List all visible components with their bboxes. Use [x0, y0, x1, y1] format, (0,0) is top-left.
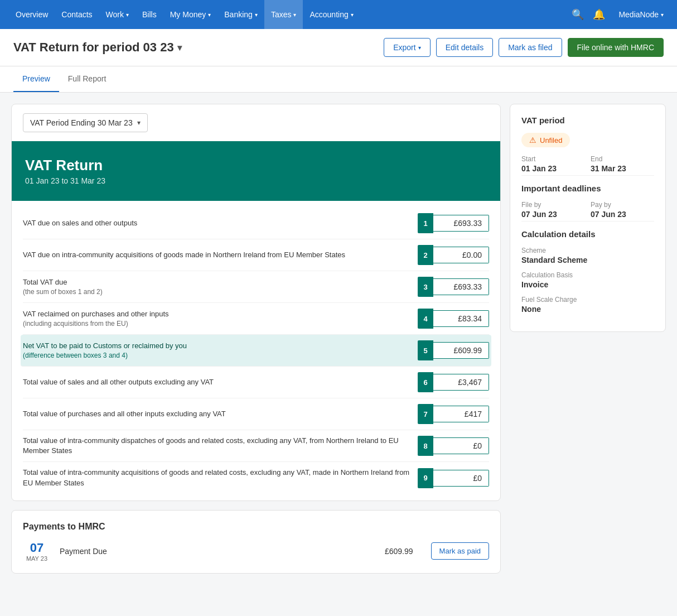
calc-details-title: Calculation details	[521, 221, 654, 239]
payment-row: 07 MAY 23 Payment Due £609.99 Mark as pa…	[23, 541, 489, 562]
vat-row-5: Net VAT to be paid to Customs or reclaim…	[21, 335, 491, 367]
box-num-5: 5	[418, 340, 433, 360]
nav-mymoney[interactable]: My Money ▾	[163, 0, 218, 29]
period-start: Start 01 Jan 23	[521, 155, 585, 173]
period-dropdown-chevron: ▾	[137, 119, 141, 127]
period-selector-container: VAT Period Ending 30 Mar 23 ▾	[12, 104, 500, 141]
edit-details-button[interactable]: Edit details	[436, 38, 493, 57]
vat-return-header: VAT Return 01 Jan 23 to 31 Mar 23	[12, 141, 500, 201]
box-val-3: £693.33	[433, 278, 489, 295]
page-title-chevron[interactable]: ▾	[177, 42, 182, 53]
payment-amount: £609.99	[385, 547, 413, 556]
nav-banking-arrow: ▾	[255, 12, 258, 18]
box-val-7: £417	[433, 406, 489, 422]
payments-card: Payments to HMRC 07 MAY 23 Payment Due £…	[11, 510, 501, 574]
vat-row-1: VAT due on sales and other outputs1£693.…	[23, 208, 489, 239]
search-icon[interactable]: 🔍	[572, 8, 584, 21]
export-button[interactable]: Export ▾	[384, 38, 430, 57]
nav-taxes[interactable]: Taxes ▾	[264, 0, 303, 29]
box-val-1: £693.33	[433, 215, 489, 232]
period-dropdown[interactable]: VAT Period Ending 30 Mar 23 ▾	[23, 113, 148, 132]
nav-bills[interactable]: Bills	[136, 0, 163, 29]
export-chevron: ▾	[418, 45, 421, 51]
unfiled-icon: ⚠	[529, 136, 536, 145]
nav-work-arrow: ▾	[126, 12, 129, 18]
box-val-4: £83.34	[433, 310, 489, 327]
box-val-2: £0.00	[433, 247, 489, 263]
box-num-7: 7	[418, 404, 433, 424]
pay-by: Pay by 07 Jun 23	[591, 201, 654, 219]
header-actions: Export ▾ Edit details Mark as filed File…	[384, 38, 664, 57]
box-num-4: 4	[418, 309, 433, 329]
scheme-row: Scheme Standard Scheme	[521, 247, 654, 264]
tab-full-report[interactable]: Full Report	[59, 66, 115, 92]
deadlines-grid: File by 07 Jun 23 Pay by 07 Jun 23	[521, 201, 654, 219]
vat-row-2: VAT due on intra-community acquisitions …	[23, 239, 489, 271]
vat-period-title: VAT period	[521, 116, 654, 125]
box-val-9: £0	[433, 470, 489, 487]
payment-date: 07 MAY 23	[23, 541, 51, 562]
fuel-row: Fuel Scale Charge None	[521, 296, 654, 314]
basis-row: Calculation Basis Invoice	[521, 271, 654, 289]
file-by: File by 07 Jun 23	[521, 201, 585, 219]
vat-row-6: Total value of sales and all other outpu…	[23, 367, 489, 398]
box-num-3: 3	[418, 277, 433, 297]
calc-details-section: Calculation details Scheme Standard Sche…	[521, 221, 654, 314]
nav-work[interactable]: Work ▾	[99, 0, 136, 29]
unfiled-badge: ⚠ Unfiled	[521, 133, 570, 147]
box-val-8: £0	[433, 437, 489, 454]
user-menu[interactable]: MediaNode ▾	[614, 10, 668, 19]
mark-as-paid-button[interactable]: Mark as paid	[431, 542, 489, 560]
vat-row-9: Total value of intra-community acquisiti…	[23, 462, 489, 493]
page-header: VAT Return for period 03 23 ▾ Export ▾ E…	[0, 29, 677, 66]
box-num-8: 8	[418, 436, 433, 456]
nav-taxes-arrow: ▾	[293, 12, 296, 18]
nav-accounting-arrow: ▾	[351, 12, 354, 18]
vat-rows-container: VAT due on sales and other outputs1£693.…	[12, 201, 500, 501]
nav-mymoney-arrow: ▾	[208, 12, 211, 18]
nav-banking[interactable]: Banking ▾	[217, 0, 264, 29]
vat-period-card: VAT period ⚠ Unfiled Start 01 Jan 23 End…	[510, 104, 666, 332]
box-num-9: 9	[418, 468, 433, 488]
nav-overview[interactable]: Overview	[9, 0, 55, 29]
vat-return-card: VAT Period Ending 30 Mar 23 ▾ VAT Return…	[11, 104, 501, 501]
vat-row-7: Total value of purchases and all other i…	[23, 398, 489, 430]
notification-icon[interactable]: 🔔	[593, 8, 605, 21]
nav-contacts[interactable]: Contacts	[55, 0, 99, 29]
vat-row-4: VAT reclaimed on purchases and other inp…	[23, 303, 489, 335]
file-online-button[interactable]: File online with HMRC	[568, 38, 664, 57]
box-num-6: 6	[418, 372, 433, 392]
box-num-1: 1	[418, 213, 433, 233]
payments-title: Payments to HMRC	[23, 522, 489, 532]
vat-row-3: Total VAT due(the sum of boxes 1 and 2)3…	[23, 271, 489, 303]
payment-label: Payment Due	[60, 547, 376, 556]
tab-bar: Preview Full Report	[0, 66, 677, 93]
vat-row-8: Total value of intra-community dispatche…	[23, 430, 489, 462]
period-end: End 31 Mar 23	[591, 155, 654, 173]
box-val-6: £3,467	[433, 374, 489, 391]
period-dates: Start 01 Jan 23 End 31 Mar 23	[521, 155, 654, 173]
nav-bar: Overview Contacts Work ▾ Bills My Money …	[0, 0, 677, 29]
tab-preview[interactable]: Preview	[13, 66, 59, 92]
box-num-2: 2	[418, 245, 433, 265]
mark-as-filed-button[interactable]: Mark as filed	[499, 38, 562, 57]
deadlines-section: Important deadlines File by 07 Jun 23 Pa…	[521, 175, 654, 219]
deadlines-title: Important deadlines	[521, 175, 654, 193]
nav-accounting[interactable]: Accounting ▾	[303, 0, 360, 29]
page-title: VAT Return for period 03 23 ▾	[13, 40, 182, 55]
user-menu-arrow: ▾	[661, 12, 664, 18]
box-val-5: £609.99	[433, 342, 489, 359]
